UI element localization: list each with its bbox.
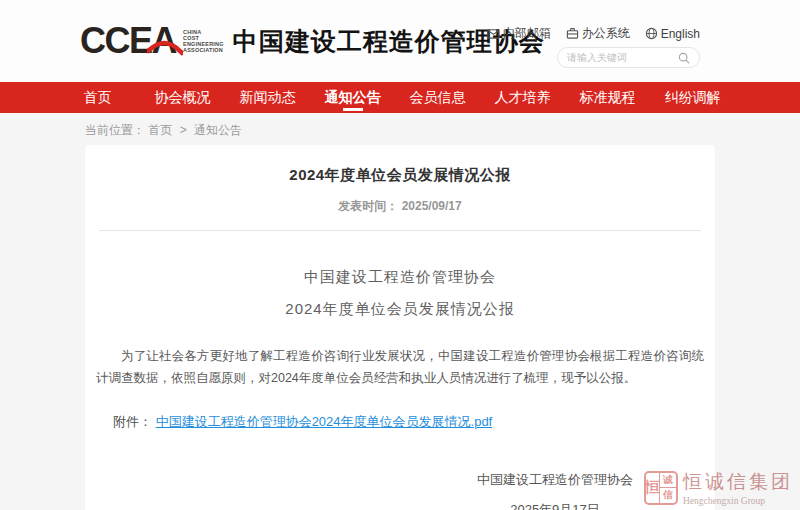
nav-item-notices[interactable]: 通知公告 xyxy=(310,82,395,113)
seal-char: 恒 xyxy=(646,473,660,503)
nav-item-home[interactable]: 首页 xyxy=(55,82,140,113)
briefcase-icon xyxy=(566,27,579,40)
nav-item-about[interactable]: 协会概况 xyxy=(140,82,225,113)
article-title: 2024年度单位会员发展情况公报 xyxy=(85,145,715,185)
article-publish-time: 发表时间： 2025/09/17 xyxy=(85,198,715,215)
title-divider xyxy=(99,230,701,231)
attachment-label: 附件： xyxy=(113,414,152,429)
link-label: 办公系统 xyxy=(582,25,630,42)
main-nav: 首页 协会概况 新闻动态 通知公告 会员信息 人才培养 标准规程 纠纷调解 xyxy=(0,82,800,113)
signature-org: 中国建设工程造价管理协会 xyxy=(477,471,633,489)
watermark: 恒 诚 信 恒诚信集团 Hengchengxin Group xyxy=(644,469,793,506)
attachment-row: 附件： 中国建设工程造价管理协会2024年度单位会员发展情况.pdf xyxy=(113,413,715,431)
breadcrumb-prefix: 当前位置： xyxy=(85,123,145,137)
link-english[interactable]: English xyxy=(645,27,700,41)
body-paragraph: 为了让社会各方更好地了解工程造价咨询行业发展状况，中国建设工程造价管理协会根据工… xyxy=(96,345,704,389)
breadcrumb: 当前位置： 首页 > 通知公告 xyxy=(85,120,242,140)
link-label: English xyxy=(661,27,700,41)
breadcrumb-home[interactable]: 首页 xyxy=(148,123,172,137)
nav-item-training[interactable]: 人才培养 xyxy=(480,82,565,113)
body-heading-org: 中国建设工程造价管理协会 xyxy=(85,268,715,287)
nav-item-members[interactable]: 会员信息 xyxy=(395,82,480,113)
search-box xyxy=(557,47,700,68)
quick-links: 内部邮箱 办公系统 English xyxy=(487,25,700,42)
signature-block: 中国建设工程造价管理协会 2025年9月17日 xyxy=(85,471,715,510)
site-logo[interactable]: CCEA CHINA COST ENGINEERING ASSOCIATION … xyxy=(80,21,545,61)
link-label: 内部邮箱 xyxy=(503,25,551,42)
site-header: CCEA CHINA COST ENGINEERING ASSOCIATION … xyxy=(0,0,800,82)
publish-time-value: 2025/09/17 xyxy=(402,199,462,213)
link-internal-mail[interactable]: 内部邮箱 xyxy=(487,25,551,42)
watermark-name: 恒诚信集团 xyxy=(683,469,793,495)
globe-icon xyxy=(645,27,658,40)
body-heading-title: 2024年度单位会员发展情况公报 xyxy=(85,300,715,319)
seal-char: 诚 xyxy=(660,473,677,489)
publish-time-label: 发表时间： xyxy=(338,199,398,213)
breadcrumb-notices[interactable]: 通知公告 xyxy=(194,123,242,137)
link-office-system[interactable]: 办公系统 xyxy=(566,25,630,42)
search-icon[interactable] xyxy=(678,52,690,64)
logo-swoosh-icon xyxy=(147,38,183,56)
article-card: 2024年度单位会员发展情况公报 发表时间： 2025/09/17 中国建设工程… xyxy=(85,145,715,510)
nav-item-mediation[interactable]: 纠纷调解 xyxy=(650,82,735,113)
mail-icon xyxy=(487,27,500,40)
logo-tagline: CHINA COST ENGINEERING ASSOCIATION xyxy=(183,29,224,53)
search-input[interactable] xyxy=(567,52,678,63)
breadcrumb-separator: > xyxy=(180,123,187,137)
nav-item-standards[interactable]: 标准规程 xyxy=(565,82,650,113)
signature-date: 2025年9月17日 xyxy=(477,501,633,510)
logo-acronym: CCEA xyxy=(80,21,176,61)
watermark-seal-icon: 恒 诚 信 xyxy=(644,471,678,505)
attachment-pdf-link[interactable]: 中国建设工程造价管理协会2024年度单位会员发展情况.pdf xyxy=(156,414,493,429)
seal-char: 信 xyxy=(660,488,677,503)
watermark-name-en: Hengchengxin Group xyxy=(683,496,793,506)
nav-item-news[interactable]: 新闻动态 xyxy=(225,82,310,113)
